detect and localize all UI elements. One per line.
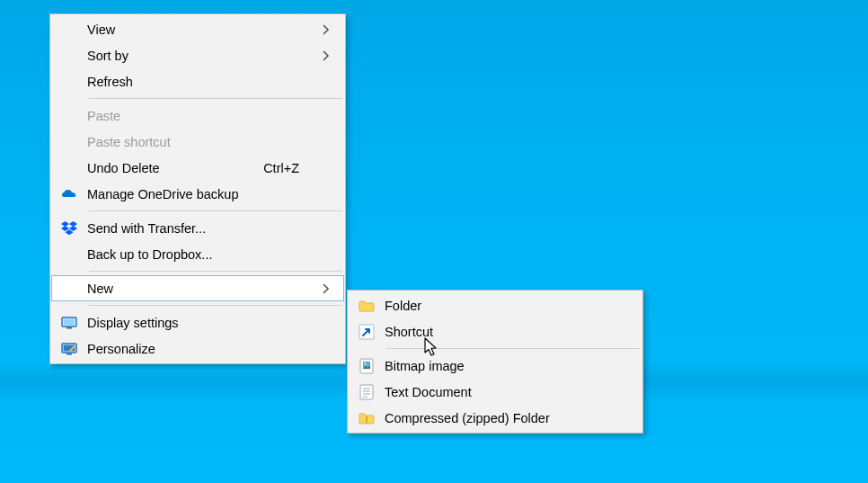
menu-item-label: Paste xyxy=(87,109,317,123)
svg-rect-15 xyxy=(366,416,368,424)
menu-item-new-compressed-folder[interactable]: Compressed (zipped) Folder xyxy=(349,405,642,431)
menu-item-manage-onedrive[interactable]: Manage OneDrive backup xyxy=(51,181,344,207)
svg-rect-2 xyxy=(66,327,72,329)
folder-icon xyxy=(349,300,385,312)
chevron-right-icon xyxy=(317,49,335,62)
menu-item-label: Sort by xyxy=(87,49,317,63)
menu-item-label: Text Document xyxy=(385,385,633,399)
chevron-right-icon xyxy=(317,282,335,295)
desktop-context-menu: View Sort by Refresh Paste Paste short xyxy=(49,13,346,364)
svg-rect-10 xyxy=(360,385,373,399)
svg-point-9 xyxy=(364,362,366,364)
menu-item-personalize[interactable]: Personalize xyxy=(51,335,344,362)
menu-item-sort-by[interactable]: Sort by xyxy=(51,42,344,68)
menu-item-new[interactable]: New xyxy=(51,275,344,301)
menu-item-label: Back up to Dropbox... xyxy=(87,247,317,262)
menu-item-label: Paste shortcut xyxy=(87,135,317,149)
chevron-right-icon xyxy=(317,23,335,36)
menu-item-label: Display settings xyxy=(87,316,317,330)
menu-item-label: Manage OneDrive backup xyxy=(87,187,317,201)
new-submenu: Folder Shortcut Bitmap image xyxy=(347,290,643,434)
svg-rect-5 xyxy=(66,353,72,355)
desktop[interactable]: View Sort by Refresh Paste Paste short xyxy=(0,0,868,483)
menu-item-new-text-document[interactable]: Text Document xyxy=(349,379,642,405)
shortcut-icon xyxy=(349,324,385,340)
text-document-icon xyxy=(349,384,385,400)
onedrive-icon xyxy=(51,188,87,201)
menu-item-view[interactable]: View xyxy=(51,16,344,42)
menu-item-new-shortcut[interactable]: Shortcut xyxy=(349,318,642,344)
menu-item-label: Undo Delete xyxy=(87,161,263,175)
menu-item-display-settings[interactable]: Display settings xyxy=(51,309,344,335)
display-settings-icon xyxy=(51,317,87,329)
menu-item-accelerator: Ctrl+Z xyxy=(263,161,317,175)
bitmap-image-icon xyxy=(349,358,385,374)
menu-item-label: Personalize xyxy=(87,342,317,356)
menu-item-backup-dropbox[interactable]: Back up to Dropbox... xyxy=(51,241,344,267)
menu-item-label: Send with Transfer... xyxy=(87,221,317,236)
menu-item-label: View xyxy=(87,22,317,37)
menu-item-send-transfer[interactable]: Send with Transfer... xyxy=(51,215,344,241)
dropbox-icon xyxy=(51,221,87,236)
zip-folder-icon xyxy=(349,412,385,425)
menu-item-paste-shortcut: Paste shortcut xyxy=(51,129,344,155)
personalize-icon xyxy=(51,343,87,355)
menu-separator xyxy=(89,98,342,99)
menu-separator xyxy=(386,348,640,349)
menu-item-undo-delete[interactable]: Undo Delete Ctrl+Z xyxy=(51,155,344,181)
menu-item-new-bitmap[interactable]: Bitmap image xyxy=(349,353,642,379)
menu-item-new-folder[interactable]: Folder xyxy=(349,292,642,318)
menu-item-label: Compressed (zipped) Folder xyxy=(385,411,633,425)
menu-item-label: New xyxy=(87,282,317,296)
menu-separator xyxy=(89,210,342,211)
menu-separator xyxy=(89,305,342,306)
menu-item-label: Folder xyxy=(385,299,633,313)
menu-item-label: Bitmap image xyxy=(385,359,633,373)
menu-item-label: Shortcut xyxy=(385,325,633,339)
menu-item-refresh[interactable]: Refresh xyxy=(51,68,344,94)
svg-rect-1 xyxy=(64,318,75,325)
menu-item-label: Refresh xyxy=(87,75,317,89)
menu-separator xyxy=(89,271,342,272)
menu-item-paste: Paste xyxy=(51,103,344,129)
